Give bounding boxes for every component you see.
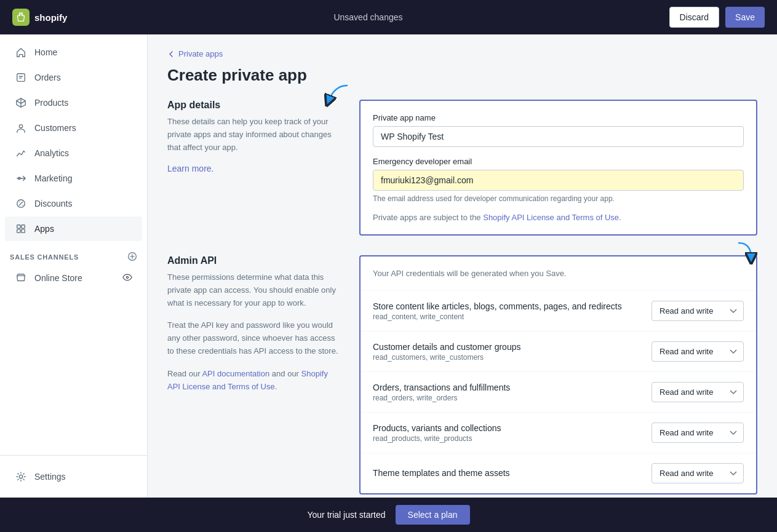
admin-api-card: Your API credentials will be generated w…	[359, 255, 757, 494]
discounts-label: Discounts	[34, 199, 72, 208]
trial-text: Your trial just started	[307, 510, 385, 520]
main-layout: Home Orders Products Customers	[0, 34, 777, 498]
sales-channels-label: SALES CHANNELS	[10, 253, 79, 261]
add-sales-channel-icon[interactable]	[127, 252, 137, 263]
admin-api-body2: Treat the API key and password like you …	[167, 319, 340, 357]
analytics-icon	[15, 147, 27, 159]
sidebar-nav: Home Orders Products Customers	[0, 34, 147, 455]
terms-period: .	[619, 213, 621, 222]
perm-info-orders: Orders, transactions and fulfillments re…	[373, 383, 651, 402]
orders-label: Orders	[34, 73, 61, 82]
perm-info-customers: Customer details and customer groups rea…	[373, 342, 651, 362]
trial-bar: Your trial just started Select a plan	[0, 498, 777, 532]
perm-select-wrap-themes: No access Read access Read and write	[651, 463, 744, 483]
sidebar-settings: Settings	[0, 455, 147, 498]
sidebar-item-products[interactable]: Products	[5, 90, 142, 115]
app-details-title: App details	[167, 100, 340, 111]
learn-more-link[interactable]: Learn more.	[167, 164, 213, 173]
svg-point-9	[19, 475, 22, 478]
admin-api-body1: These permissions determine what data th…	[167, 271, 340, 309]
content-inner: Private apps Create private app App deta…	[148, 34, 777, 498]
sidebar-item-customers[interactable]: Customers	[5, 116, 142, 140]
apps-icon	[15, 223, 27, 235]
admin-api-section: Admin API These permissions determine wh…	[167, 255, 757, 494]
sidebar-item-online-store[interactable]: Online Store	[5, 266, 142, 290]
api-doc-link[interactable]: API documentation	[202, 369, 269, 378]
svg-point-8	[126, 276, 128, 278]
email-hint: The email address used for developer com…	[373, 194, 744, 203]
perm-select-customers[interactable]: No access Read access Read and write	[651, 341, 744, 362]
sidebar-item-apps[interactable]: Apps	[5, 216, 142, 241]
shopify-logo: shopify	[12, 9, 67, 26]
svg-rect-4	[22, 225, 25, 228]
perm-select-themes[interactable]: No access Read access Read and write	[651, 463, 744, 483]
products-label: Products	[34, 98, 68, 108]
perm-select-wrap-orders: No access Read access Read and write	[651, 382, 744, 402]
orders-icon	[15, 71, 27, 84]
svg-point-1	[19, 125, 22, 128]
sidebar-item-settings[interactable]: Settings	[10, 466, 137, 488]
terms-link[interactable]: Shopify API License and Terms of Use	[483, 213, 619, 222]
email-input[interactable]	[373, 170, 744, 191]
app-details-card-body: Private app name Emergency developer ema…	[361, 101, 756, 234]
settings-icon	[15, 470, 27, 483]
products-icon	[15, 97, 27, 109]
page-title: Create private app	[167, 66, 757, 85]
admin-api-title: Admin API	[167, 255, 340, 266]
online-store-left: Online Store	[15, 272, 82, 284]
marketing-icon	[15, 172, 27, 185]
permission-row-themes: Theme templates and theme assets No acce…	[361, 453, 756, 493]
perm-select-orders[interactable]: No access Read access Read and write	[651, 382, 744, 402]
home-label: Home	[34, 47, 57, 57]
discard-button[interactable]: Discard	[669, 7, 719, 28]
sidebar-item-analytics[interactable]: Analytics	[5, 141, 142, 165]
content: Private apps Create private app App deta…	[148, 34, 777, 498]
topbar-left: shopify	[12, 9, 67, 26]
svg-rect-6	[22, 229, 25, 232]
perm-info-themes: Theme templates and theme assets	[373, 468, 651, 479]
app-name-input[interactable]	[373, 126, 744, 147]
permission-row-store-content: Store content like articles, blogs, comm…	[361, 291, 756, 332]
perm-select-store-content[interactable]: No access Read access Read and write	[651, 301, 744, 321]
topbar: shopify Unsaved changes Discard Save	[0, 0, 777, 34]
sidebar-item-marketing[interactable]: Marketing	[5, 166, 142, 191]
perm-keys-orders: read_orders, write_orders	[373, 394, 651, 402]
app-details-card: Private app name Emergency developer ema…	[359, 100, 757, 236]
app-name-label: Private app name	[373, 113, 744, 122]
analytics-label: Analytics	[34, 148, 69, 158]
svg-rect-3	[17, 225, 20, 228]
permission-row-orders: Orders, transactions and fulfillments re…	[361, 372, 756, 413]
settings-label: Settings	[34, 472, 66, 482]
perm-name-customers: Customer details and customer groups	[373, 342, 651, 352]
sidebar-item-home[interactable]: Home	[5, 40, 142, 65]
email-group: Emergency developer email The email addr…	[373, 157, 744, 203]
unsaved-changes-label: Unsaved changes	[333, 12, 402, 22]
sidebar-item-discounts[interactable]: Discounts	[5, 191, 142, 216]
perm-name-orders: Orders, transactions and fulfillments	[373, 383, 651, 392]
topbar-actions: Discard Save	[669, 7, 765, 28]
perm-name-products: Products, variants and collections	[373, 423, 651, 433]
sales-channels-header: SALES CHANNELS	[0, 242, 147, 265]
api-intro: Your API credentials will be generated w…	[361, 256, 756, 291]
online-store-label: Online Store	[34, 273, 82, 283]
api-doc-text: Read our	[167, 369, 202, 378]
eye-icon[interactable]	[122, 272, 132, 284]
sidebar-item-orders[interactable]: Orders	[5, 65, 142, 90]
api-terms-period: .	[275, 382, 277, 391]
svg-rect-5	[17, 229, 20, 232]
breadcrumb[interactable]: Private apps	[167, 49, 757, 58]
permission-row-products: Products, variants and collections read_…	[361, 413, 756, 453]
save-button[interactable]: Save	[725, 7, 765, 28]
apps-label: Apps	[34, 224, 54, 234]
home-icon	[15, 46, 27, 58]
perm-info-products: Products, variants and collections read_…	[373, 423, 651, 443]
sidebar: Home Orders Products Customers	[0, 34, 148, 498]
email-label: Emergency developer email	[373, 157, 744, 166]
perm-keys-customers: read_customers, write_customers	[373, 353, 651, 362]
select-plan-button[interactable]: Select a plan	[396, 505, 470, 525]
app-details-section: App details These details can help you k…	[167, 100, 757, 236]
discounts-icon	[15, 197, 27, 210]
svg-rect-0	[17, 74, 25, 82]
perm-select-products[interactable]: No access Read access Read and write	[651, 423, 744, 443]
breadcrumb-label: Private apps	[178, 49, 223, 58]
